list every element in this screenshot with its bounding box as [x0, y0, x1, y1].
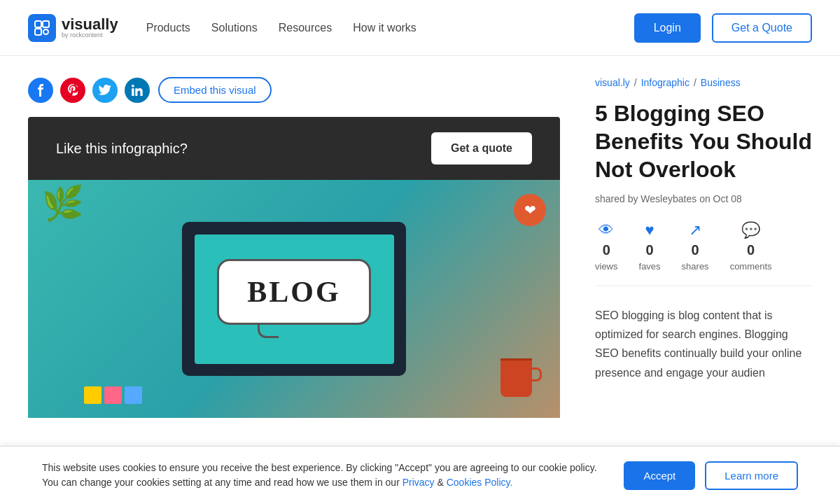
- monitor-display: BLOG: [28, 180, 560, 418]
- infographic-get-quote-button[interactable]: Get a quote: [431, 132, 532, 164]
- faves-count: 0: [645, 242, 653, 258]
- cup-handle: [532, 368, 542, 382]
- faves-stat: ♥ 0 faves: [639, 221, 661, 272]
- comments-icon: 💬: [741, 221, 760, 239]
- nav-solutions[interactable]: Solutions: [211, 22, 258, 34]
- bubble-tail: [258, 323, 279, 338]
- svg-point-3: [43, 29, 48, 34]
- main-nav: Products Solutions Resources How it work…: [146, 22, 416, 34]
- article-description: SEO blogging is blog content that is opt…: [595, 306, 812, 382]
- breadcrumb-sep2: /: [694, 77, 696, 88]
- header-right: Login Get a Quote: [634, 13, 812, 43]
- views-stat: 👁 0 views: [595, 221, 618, 272]
- coffee-area: [500, 358, 532, 397]
- shares-label: shares: [682, 261, 709, 272]
- comments-count: 0: [747, 242, 755, 258]
- infographic-banner: Like this infographic? Get a quote: [28, 117, 560, 180]
- blog-word: BLOG: [247, 276, 340, 308]
- blog-bubble: BLOG: [217, 259, 370, 325]
- monitor-frame: BLOG: [182, 222, 406, 376]
- logo-icon: [28, 14, 56, 42]
- shares-icon: ↗: [689, 221, 701, 239]
- twitter-share-button[interactable]: [92, 78, 118, 103]
- facebook-share-button[interactable]: [28, 78, 53, 103]
- comments-label: comments: [730, 261, 772, 272]
- breadcrumb-category[interactable]: Infographic: [641, 77, 690, 88]
- logo-text: visually by rockcontent: [62, 17, 118, 38]
- banner-text: Like this infographic?: [56, 141, 188, 157]
- infographic-wrapper: Like this infographic? Get a quote 🌿 B: [28, 117, 560, 418]
- sticky-note-yellow: [84, 386, 102, 404]
- social-icons: [28, 78, 150, 103]
- coffee-cup: [500, 358, 532, 397]
- shared-by: shared by Wesleybates on Oct 08: [595, 193, 812, 204]
- views-icon: 👁: [598, 221, 614, 239]
- desk-items: [84, 386, 142, 404]
- header: visually by rockcontent Products Solutio…: [0, 0, 840, 56]
- breadcrumb-home[interactable]: visual.ly: [595, 77, 630, 88]
- article-title: 5 Blogging SEO Benefits You Should Not O…: [595, 99, 812, 183]
- shares-count: 0: [692, 242, 699, 258]
- shares-stat: ↗ 0 shares: [682, 221, 709, 272]
- nav-resources[interactable]: Resources: [279, 22, 332, 34]
- get-quote-button[interactable]: Get a Quote: [712, 13, 812, 43]
- faves-icon: ♥: [645, 221, 654, 239]
- top-actions: Embed this visual: [28, 77, 560, 103]
- breadcrumb-sep1: /: [634, 77, 637, 88]
- logo[interactable]: visually by rockcontent: [28, 14, 118, 42]
- pinterest-share-button[interactable]: [60, 78, 85, 103]
- sticky-note-pink: [104, 386, 122, 404]
- monitor-screen: BLOG: [195, 234, 394, 364]
- views-label: views: [595, 261, 618, 272]
- embed-visual-button[interactable]: Embed this visual: [158, 77, 272, 103]
- brand-sub: by rockcontent: [62, 32, 118, 38]
- svg-rect-0: [35, 21, 41, 27]
- nav-how-it-works[interactable]: How it works: [353, 22, 416, 34]
- breadcrumb: visual.ly / Infographic / Business: [595, 77, 812, 88]
- breadcrumb-subcategory[interactable]: Business: [701, 77, 741, 88]
- brand-name: visually: [62, 17, 118, 32]
- infographic-image: 🌿 BLOG: [28, 180, 560, 418]
- views-count: 0: [603, 242, 610, 258]
- login-button[interactable]: Login: [634, 13, 701, 43]
- favorite-button[interactable]: ❤: [514, 194, 546, 226]
- linkedin-share-button[interactable]: [125, 78, 150, 103]
- svg-rect-2: [35, 29, 41, 35]
- svg-rect-1: [43, 21, 49, 27]
- stats-row: 👁 0 views ♥ 0 faves ↗ 0 shares 💬 0 comme…: [595, 221, 812, 286]
- main-content: Embed this visual Like this infographic?…: [0, 56, 840, 439]
- header-left: visually by rockcontent Products Solutio…: [28, 14, 416, 42]
- sticky-note-blue: [125, 386, 142, 404]
- right-panel: visual.ly / Infographic / Business 5 Blo…: [595, 77, 812, 418]
- left-panel: Embed this visual Like this infographic?…: [28, 77, 560, 418]
- comments-stat: 💬 0 comments: [730, 221, 772, 272]
- nav-products[interactable]: Products: [146, 22, 190, 34]
- faves-label: faves: [639, 261, 661, 272]
